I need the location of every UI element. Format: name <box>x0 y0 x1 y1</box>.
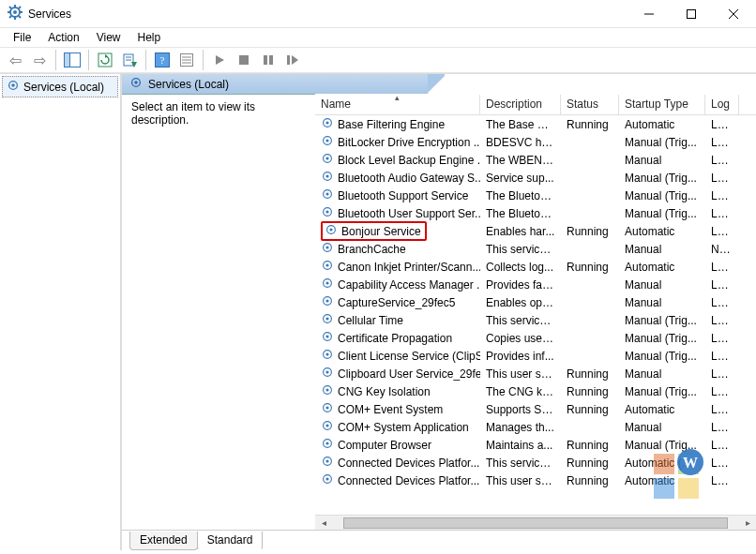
svg-point-67 <box>325 370 328 373</box>
svg-point-51 <box>329 228 332 231</box>
svg-point-59 <box>325 299 328 302</box>
close-button[interactable] <box>712 0 754 27</box>
service-name-label: Capability Access Manager ... <box>338 278 480 292</box>
service-row[interactable]: Cellular TimeThis service ...Manual (Tri… <box>315 311 756 329</box>
list-rows[interactable]: Base Filtering EngineThe Base Fil...Runn… <box>315 115 756 515</box>
cell-description: The WBENG... <box>480 153 561 168</box>
service-name-label: COM+ System Application <box>338 421 469 434</box>
service-row[interactable]: Connected Devices Platfor...This service… <box>315 454 756 472</box>
service-gear-icon <box>321 134 334 150</box>
export-list-button[interactable] <box>118 49 141 71</box>
scroll-left-icon[interactable]: ◂ <box>317 517 330 528</box>
help-icon: ? <box>155 52 170 67</box>
cell-logon: Loca <box>705 331 739 346</box>
help-button[interactable]: ? <box>151 49 174 71</box>
restart-service-button[interactable] <box>281 49 304 71</box>
cell-logon: Netv <box>705 242 739 257</box>
tree-root-item[interactable]: Services (Local) <box>2 76 118 97</box>
service-gear-icon <box>321 383 334 399</box>
cell-name: COM+ System Application <box>315 418 480 436</box>
cell-logon: Loca <box>705 420 739 435</box>
svg-rect-32 <box>287 55 290 65</box>
service-row[interactable]: COM+ System ApplicationManages th...Manu… <box>315 418 756 436</box>
scroll-right-icon[interactable]: ▸ <box>741 517 754 528</box>
col-header-description[interactable]: Description <box>480 95 561 114</box>
menu-help[interactable]: Help <box>130 29 169 46</box>
service-row[interactable]: Canon Inkjet Printer/Scann...Collects lo… <box>315 258 756 276</box>
stop-service-button[interactable] <box>233 49 255 71</box>
col-header-startup[interactable]: Startup Type <box>619 95 705 114</box>
cell-status: Running <box>561 384 619 399</box>
svg-rect-30 <box>264 55 267 65</box>
minimize-button[interactable] <box>627 0 670 27</box>
pause-service-button[interactable] <box>257 49 280 71</box>
service-row[interactable]: CaptureService_29fec5Enables opti...Manu… <box>315 293 756 311</box>
service-gear-icon <box>321 294 334 310</box>
cell-startup: Manual (Trig... <box>619 188 705 203</box>
cell-name: Certificate Propagation <box>315 329 480 347</box>
service-row[interactable]: Connected Devices Platfor...This user se… <box>315 472 756 489</box>
svg-point-47 <box>325 192 328 195</box>
properties-button[interactable] <box>175 49 198 71</box>
service-row[interactable]: Bluetooth Audio Gateway S...Service sup.… <box>315 169 756 187</box>
horizontal-scrollbar[interactable]: ◂ ▸ <box>315 515 756 530</box>
svg-point-71 <box>325 406 328 409</box>
cell-description: Enables opti... <box>480 295 561 310</box>
maximize-button[interactable] <box>670 0 712 27</box>
service-row[interactable]: Block Level Backup Engine ...The WBENG..… <box>315 151 756 169</box>
service-row[interactable]: COM+ Event SystemSupports Sy...RunningAu… <box>315 400 756 418</box>
service-name-label: Bluetooth Audio Gateway S... <box>338 172 480 185</box>
col-header-name[interactable]: Name▴ <box>315 95 480 114</box>
cell-startup: Manual (Trig... <box>619 313 705 328</box>
cell-logon: Loca <box>705 295 739 310</box>
toolbar-separator <box>145 50 146 70</box>
cell-description: Copies user ... <box>480 331 561 346</box>
service-row[interactable]: Bluetooth Support ServiceThe Bluetoo...M… <box>315 187 756 204</box>
menu-view[interactable]: View <box>89 29 129 46</box>
show-hide-tree-button[interactable] <box>61 49 83 71</box>
start-service-button[interactable] <box>208 49 231 71</box>
service-row[interactable]: BranchCacheThis service ...ManualNetv <box>315 240 756 258</box>
tree-root-label: Services (Local) <box>23 81 104 94</box>
service-row[interactable]: Bonjour ServiceEnables har...RunningAuto… <box>315 222 756 240</box>
cell-description: Provides fac... <box>480 277 561 292</box>
cell-name: Bluetooth Support Service <box>315 187 480 204</box>
cell-startup: Manual <box>619 277 705 292</box>
services-gear-icon <box>7 79 20 95</box>
service-row[interactable]: Computer BrowserMaintains a...RunningMan… <box>315 436 756 454</box>
cell-status: Running <box>561 402 619 417</box>
service-row[interactable]: CNG Key IsolationThe CNG ke...RunningMan… <box>315 382 756 400</box>
menu-file[interactable]: File <box>6 29 38 46</box>
export-icon <box>122 52 137 67</box>
service-row[interactable]: Certificate PropagationCopies user ...Ma… <box>315 329 756 347</box>
pause-icon <box>263 54 274 66</box>
service-row[interactable]: Capability Access Manager ...Provides fa… <box>315 276 756 293</box>
service-name-label: Computer Browser <box>338 439 431 452</box>
tab-standard[interactable]: Standard <box>197 532 264 550</box>
col-header-logon[interactable]: Log <box>705 95 739 114</box>
cell-name: BitLocker Drive Encryption ... <box>315 133 480 151</box>
scroll-thumb[interactable] <box>343 517 728 529</box>
col-header-status[interactable]: Status <box>561 95 619 114</box>
service-row[interactable]: Base Filtering EngineThe Base Fil...Runn… <box>315 115 756 133</box>
nav-back-button[interactable]: ⇦ <box>4 49 26 71</box>
nav-forward-button[interactable]: ⇨ <box>28 49 51 71</box>
details-pane: Services (Local) Select an item to view … <box>122 74 756 550</box>
cell-startup: Automatic <box>619 224 705 239</box>
svg-point-61 <box>325 317 328 320</box>
service-gear-icon <box>321 259 334 275</box>
service-row[interactable]: Clipboard User Service_29fe...This user … <box>315 365 756 382</box>
tab-extended[interactable]: Extended <box>129 532 198 550</box>
refresh-button[interactable] <box>94 49 116 71</box>
cell-startup: Manual <box>619 153 705 168</box>
cell-logon: Loca <box>705 384 739 399</box>
service-row[interactable]: Client License Service (ClipS...Provides… <box>315 347 756 365</box>
service-gear-icon <box>321 152 334 168</box>
cell-status <box>561 427 619 428</box>
menu-action[interactable]: Action <box>40 29 86 46</box>
header-gear-icon <box>129 76 143 92</box>
cell-name: Cellular Time <box>315 311 480 329</box>
service-name-label: BitLocker Drive Encryption ... <box>338 136 480 149</box>
description-panel: Select an item to view its description. <box>122 95 315 530</box>
service-row[interactable]: BitLocker Drive Encryption ...BDESVC hos… <box>315 133 756 151</box>
